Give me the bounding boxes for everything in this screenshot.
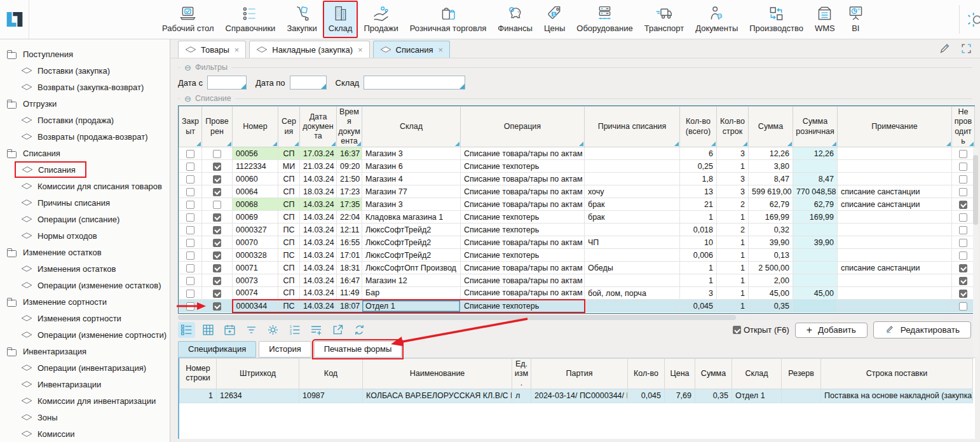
detail-tab[interactable]: История [259, 341, 311, 358]
column-header[interactable]: Кол-во строк [717, 107, 749, 147]
table-row[interactable]: 00071 СП 14.03.24 18:31 ЛюксСофтОпт Прои… [179, 262, 975, 274]
column-header[interactable]: Примечание [838, 107, 952, 147]
tree-item[interactable]: Причины списания [0, 194, 170, 211]
table-row[interactable]: 0000344 ПС 14.03.24 18:07 Отдел 1 Списан… [179, 300, 975, 312]
table-row[interactable]: 00073 СП 14.03.24 16:47 Магазин 12 Списа… [179, 274, 975, 287]
checked-checkbox[interactable] [213, 239, 221, 247]
spec-column-header[interactable]: Ед. изм. [512, 358, 531, 389]
date-to-input[interactable] [290, 76, 327, 90]
spec-column-header[interactable]: Штрихкод [217, 358, 299, 389]
tree-item[interactable]: Поставки (продажа) [0, 112, 170, 128]
column-header[interactable]: Сумма [749, 107, 793, 147]
detail-tab[interactable]: Спецификация [178, 341, 256, 358]
not-post-checkbox[interactable] [959, 188, 967, 196]
add-list-icon[interactable] [308, 322, 325, 338]
edit-pencil-icon[interactable] [939, 43, 951, 57]
scrollbar-thumb[interactable] [973, 155, 978, 225]
closed-checkbox[interactable] [186, 163, 194, 171]
tree-item[interactable]: Инвентаризации [0, 376, 170, 392]
tree-item[interactable]: Возвраты (закупка-возврат) [0, 79, 170, 95]
table-row[interactable]: 0000327 ПС 14.03.24 12:11 ЛюксСофтТрейд2… [179, 224, 975, 236]
spec-column-header[interactable]: Склад [732, 358, 782, 389]
tree-item[interactable]: Списания [0, 145, 170, 161]
checked-checkbox[interactable] [213, 175, 221, 184]
tree-item[interactable]: Операции (инвентаризация) [0, 359, 170, 376]
closed-checkbox[interactable] [186, 277, 194, 285]
checkbox[interactable] [733, 326, 741, 334]
closed-checkbox[interactable] [186, 239, 194, 247]
document-tab[interactable]: Накладные (закупка) × [249, 41, 369, 58]
date-from-input[interactable] [207, 76, 247, 90]
spec-column-header[interactable]: Кол-во [628, 358, 665, 389]
closed-checkbox[interactable] [186, 213, 194, 222]
closed-checkbox[interactable] [186, 150, 194, 158]
column-header[interactable]: Серия [278, 107, 300, 147]
reload-icon[interactable] [351, 322, 368, 338]
not-post-checkbox[interactable] [959, 239, 967, 247]
spec-column-header[interactable]: Номер строки [180, 358, 217, 389]
not-post-checkbox[interactable] [959, 213, 967, 222]
spec-row[interactable]: 1 12634 10987 КОЛБАСА ВАР.БЕЛОРУССКАЯ КЛ… [180, 389, 973, 403]
checked-checkbox[interactable] [213, 251, 221, 260]
menu-item[interactable]: Оборудование [571, 1, 638, 38]
scrollbar-thumb[interactable] [178, 315, 736, 320]
tree-item[interactable]: Списания [15, 161, 86, 178]
column-header[interactable]: Не проводить [952, 107, 975, 147]
table-view-icon[interactable] [200, 322, 217, 338]
tree-item[interactable]: Операции (изменение остатков) [0, 277, 170, 293]
numbered-list-icon[interactable]: 123 [286, 322, 303, 338]
menu-item[interactable]: Справочники [220, 1, 282, 38]
checked-checkbox[interactable] [213, 226, 221, 234]
tab-close-icon[interactable]: × [235, 45, 240, 55]
checked-checkbox[interactable] [213, 163, 221, 171]
closed-checkbox[interactable] [186, 264, 194, 272]
collapse-icon[interactable]: ⊖ [184, 64, 191, 72]
tab-close-icon[interactable]: × [358, 45, 363, 55]
column-header[interactable]: Проверен [202, 107, 233, 147]
closed-checkbox[interactable] [186, 251, 194, 260]
table-row[interactable]: 00070 СП 14.03.24 16:55 ЛюксСофтТрейд2 С… [179, 236, 975, 249]
tree-item[interactable]: Комиссии для списания товаров [0, 178, 170, 194]
table-row[interactable]: 1122334 МИ 21.03.24 09:20 Магазин 6 Спис… [179, 160, 975, 173]
column-header[interactable]: Склад [362, 107, 461, 147]
spec-column-header[interactable]: Цена [665, 358, 695, 389]
checked-checkbox[interactable] [213, 264, 221, 272]
detail-tab[interactable]: Печатные формы [314, 341, 402, 358]
column-header[interactable]: Причина списания [585, 107, 680, 147]
table-row[interactable]: 00056 СП 17.03.24 16:37 Магазин 3 Списан… [179, 147, 975, 160]
tree-item[interactable]: Нормы отходов [0, 227, 170, 244]
spec-column-header[interactable]: Сумма [695, 358, 732, 389]
tree-item[interactable]: Отгрузки [0, 95, 170, 112]
tab-close-icon[interactable]: × [438, 45, 443, 55]
not-post-checkbox[interactable] [959, 226, 967, 234]
tree-item[interactable]: Изменения остатков [0, 260, 170, 277]
checked-checkbox[interactable] [213, 201, 221, 209]
add-button[interactable]: + Добавить [795, 323, 868, 338]
horizontal-scrollbar[interactable] [178, 315, 975, 320]
checked-checkbox[interactable] [213, 290, 221, 298]
menu-item[interactable]: Транспорт [639, 1, 690, 38]
not-post-checkbox[interactable] [959, 163, 967, 171]
vertical-scrollbar[interactable] [973, 147, 978, 357]
menu-item[interactable]: Документы [690, 1, 744, 38]
menu-item[interactable]: Финансы [492, 1, 538, 38]
column-header[interactable]: Кол-во (всего) [680, 107, 717, 147]
closed-checkbox[interactable] [186, 226, 194, 234]
checked-checkbox[interactable] [213, 277, 221, 285]
tree-item[interactable]: Изменение сортности [0, 293, 170, 310]
menu-item[interactable]: Рабочий стол [156, 1, 220, 38]
lamp-icon[interactable] [965, 11, 980, 29]
column-header[interactable]: Сумма розничная [793, 107, 838, 147]
document-tab[interactable]: Товары × [178, 41, 246, 58]
menu-item[interactable]: Склад [323, 1, 358, 38]
menu-item[interactable]: WMS [809, 1, 841, 38]
menu-item[interactable]: BI [841, 1, 871, 38]
edit-button[interactable]: Редактировать [873, 321, 971, 338]
menu-item[interactable]: $ Цены [538, 1, 571, 38]
spec-column-header[interactable]: Резерв [782, 358, 821, 389]
spec-column-header[interactable]: Наименование [363, 358, 512, 389]
column-header[interactable]: Закрыт [179, 107, 202, 147]
spec-column-header[interactable]: Код [299, 358, 363, 389]
tree-item[interactable]: Изменения сортности [0, 310, 170, 326]
closed-checkbox[interactable] [186, 188, 194, 196]
